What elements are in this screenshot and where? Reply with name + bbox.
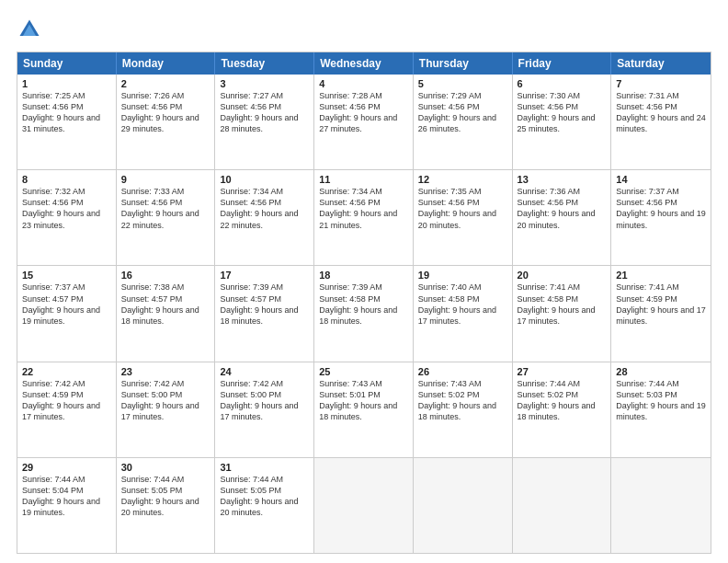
day-number: 6 [518,78,607,89]
day-cell-21: 21Sunrise: 7:41 AMSunset: 4:59 PMDayligh… [611,266,711,361]
day-info: Sunrise: 7:43 AMSunset: 5:02 PMDaylight:… [418,378,507,423]
day-number: 31 [220,462,309,473]
calendar-row-2: 15Sunrise: 7:37 AMSunset: 4:57 PMDayligh… [17,266,711,362]
empty-cell [513,458,612,553]
day-cell-8: 8Sunrise: 7:32 AMSunset: 4:56 PMDaylight… [17,170,117,265]
calendar-row-4: 29Sunrise: 7:44 AMSunset: 5:04 PMDayligh… [17,458,711,553]
empty-cell [414,458,513,553]
day-info: Sunrise: 7:44 AMSunset: 5:03 PMDaylight:… [616,378,706,423]
day-info: Sunrise: 7:41 AMSunset: 4:59 PMDaylight:… [616,282,706,327]
day-number: 5 [418,78,507,89]
calendar: SundayMondayTuesdayWednesdayThursdayFrid… [17,52,711,554]
day-number: 2 [121,78,210,89]
day-cell-26: 26Sunrise: 7:43 AMSunset: 5:02 PMDayligh… [414,362,513,457]
header-day-thursday: Thursday [414,52,513,75]
header-day-monday: Monday [117,52,216,75]
day-info: Sunrise: 7:36 AMSunset: 4:56 PMDaylight:… [518,186,607,231]
calendar-body: 1Sunrise: 7:25 AMSunset: 4:56 PMDaylight… [17,75,711,553]
day-number: 28 [616,366,706,377]
day-number: 14 [616,174,706,185]
day-number: 20 [518,270,607,281]
day-number: 13 [518,174,607,185]
day-number: 11 [319,174,408,185]
day-info: Sunrise: 7:28 AMSunset: 4:56 PMDaylight:… [319,90,408,135]
calendar-page: SundayMondayTuesdayWednesdayThursdayFrid… [0,0,728,563]
logo [17,17,46,42]
day-info: Sunrise: 7:34 AMSunset: 4:56 PMDaylight:… [220,186,309,231]
day-cell-24: 24Sunrise: 7:42 AMSunset: 5:00 PMDayligh… [215,362,314,457]
day-number: 1 [22,78,111,89]
day-cell-5: 5Sunrise: 7:29 AMSunset: 4:56 PMDaylight… [414,75,513,169]
logo-icon [17,17,42,42]
day-number: 17 [220,270,309,281]
day-info: Sunrise: 7:33 AMSunset: 4:56 PMDaylight:… [121,186,210,231]
day-info: Sunrise: 7:35 AMSunset: 4:56 PMDaylight:… [418,186,507,231]
calendar-row-3: 22Sunrise: 7:42 AMSunset: 4:59 PMDayligh… [17,362,711,458]
empty-cell [611,458,711,553]
day-cell-6: 6Sunrise: 7:30 AMSunset: 4:56 PMDaylight… [513,75,612,169]
day-info: Sunrise: 7:41 AMSunset: 4:58 PMDaylight:… [518,282,607,327]
day-number: 7 [616,78,706,89]
header-day-tuesday: Tuesday [215,52,314,75]
day-number: 12 [418,174,507,185]
calendar-header: SundayMondayTuesdayWednesdayThursdayFrid… [17,52,711,75]
day-info: Sunrise: 7:44 AMSunset: 5:05 PMDaylight:… [220,474,309,519]
day-info: Sunrise: 7:42 AMSunset: 5:00 PMDaylight:… [220,378,309,423]
day-info: Sunrise: 7:37 AMSunset: 4:56 PMDaylight:… [616,186,706,231]
day-info: Sunrise: 7:25 AMSunset: 4:56 PMDaylight:… [22,90,111,135]
day-number: 3 [220,78,309,89]
day-cell-31: 31Sunrise: 7:44 AMSunset: 5:05 PMDayligh… [215,458,314,553]
day-number: 16 [121,270,210,281]
day-number: 19 [418,270,507,281]
day-info: Sunrise: 7:39 AMSunset: 4:58 PMDaylight:… [319,282,408,327]
day-info: Sunrise: 7:39 AMSunset: 4:57 PMDaylight:… [220,282,309,327]
day-cell-16: 16Sunrise: 7:38 AMSunset: 4:57 PMDayligh… [117,266,216,361]
day-cell-28: 28Sunrise: 7:44 AMSunset: 5:03 PMDayligh… [611,362,711,457]
day-cell-27: 27Sunrise: 7:44 AMSunset: 5:02 PMDayligh… [513,362,612,457]
day-cell-23: 23Sunrise: 7:42 AMSunset: 5:00 PMDayligh… [117,362,216,457]
day-cell-11: 11Sunrise: 7:34 AMSunset: 4:56 PMDayligh… [314,170,414,265]
day-info: Sunrise: 7:44 AMSunset: 5:04 PMDaylight:… [22,474,111,519]
day-cell-13: 13Sunrise: 7:36 AMSunset: 4:56 PMDayligh… [513,170,612,265]
day-cell-30: 30Sunrise: 7:44 AMSunset: 5:05 PMDayligh… [117,458,216,553]
day-info: Sunrise: 7:34 AMSunset: 4:56 PMDaylight:… [319,186,408,231]
day-number: 27 [518,366,607,377]
day-info: Sunrise: 7:44 AMSunset: 5:02 PMDaylight:… [518,378,607,423]
day-number: 29 [22,462,111,473]
day-number: 4 [319,78,408,89]
day-cell-1: 1Sunrise: 7:25 AMSunset: 4:56 PMDaylight… [17,75,117,169]
day-info: Sunrise: 7:26 AMSunset: 4:56 PMDaylight:… [121,90,210,135]
day-info: Sunrise: 7:42 AMSunset: 4:59 PMDaylight:… [22,378,111,423]
day-info: Sunrise: 7:42 AMSunset: 5:00 PMDaylight:… [121,378,210,423]
day-info: Sunrise: 7:44 AMSunset: 5:05 PMDaylight:… [121,474,210,519]
day-cell-2: 2Sunrise: 7:26 AMSunset: 4:56 PMDaylight… [117,75,216,169]
day-cell-15: 15Sunrise: 7:37 AMSunset: 4:57 PMDayligh… [17,266,117,361]
day-info: Sunrise: 7:30 AMSunset: 4:56 PMDaylight:… [518,90,607,135]
day-number: 25 [319,366,408,377]
day-info: Sunrise: 7:40 AMSunset: 4:58 PMDaylight:… [418,282,507,327]
header [17,17,711,42]
calendar-row-0: 1Sunrise: 7:25 AMSunset: 4:56 PMDaylight… [17,75,711,170]
day-number: 9 [121,174,210,185]
day-number: 22 [22,366,111,377]
day-number: 8 [22,174,111,185]
day-info: Sunrise: 7:38 AMSunset: 4:57 PMDaylight:… [121,282,210,327]
header-day-sunday: Sunday [17,52,117,75]
header-day-wednesday: Wednesday [314,52,414,75]
day-number: 15 [22,270,111,281]
day-cell-19: 19Sunrise: 7:40 AMSunset: 4:58 PMDayligh… [414,266,513,361]
day-number: 30 [121,462,210,473]
day-info: Sunrise: 7:43 AMSunset: 5:01 PMDaylight:… [319,378,408,423]
day-number: 18 [319,270,408,281]
day-cell-22: 22Sunrise: 7:42 AMSunset: 4:59 PMDayligh… [17,362,117,457]
calendar-row-1: 8Sunrise: 7:32 AMSunset: 4:56 PMDaylight… [17,170,711,266]
day-number: 26 [418,366,507,377]
day-cell-9: 9Sunrise: 7:33 AMSunset: 4:56 PMDaylight… [117,170,216,265]
header-day-saturday: Saturday [611,52,711,75]
empty-cell [314,458,414,553]
day-cell-17: 17Sunrise: 7:39 AMSunset: 4:57 PMDayligh… [215,266,314,361]
day-cell-7: 7Sunrise: 7:31 AMSunset: 4:56 PMDaylight… [611,75,711,169]
day-cell-14: 14Sunrise: 7:37 AMSunset: 4:56 PMDayligh… [611,170,711,265]
header-day-friday: Friday [513,52,612,75]
day-info: Sunrise: 7:32 AMSunset: 4:56 PMDaylight:… [22,186,111,231]
